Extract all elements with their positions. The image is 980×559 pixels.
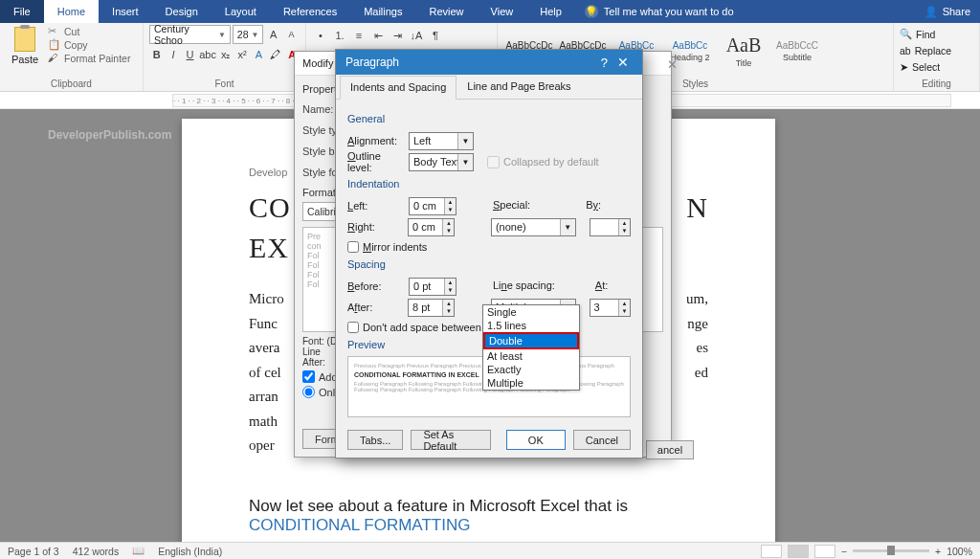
collapsed-checkbox (487, 156, 500, 168)
title-bar: File Home Insert Design Layout Reference… (0, 0, 980, 23)
ls-option-double[interactable]: Double (483, 332, 579, 349)
special-label: Special: (493, 199, 530, 211)
highlight-button[interactable]: 🖍 (268, 46, 282, 63)
replace-button[interactable]: abReplace (900, 42, 973, 58)
before-input[interactable]: 0 pt▲▼ (409, 278, 457, 296)
zoom-slider[interactable] (853, 549, 929, 552)
decrease-indent-button[interactable]: ⇤ (369, 27, 387, 44)
word-count[interactable]: 412 words (73, 546, 119, 557)
tab-line-page-breaks[interactable]: Line and Page Breaks (457, 75, 581, 99)
tab-file[interactable]: File (0, 0, 44, 23)
paragraph-dialog-title[interactable]: Paragraph ? ✕ (336, 50, 642, 75)
tab-mailings[interactable]: Mailings (350, 0, 415, 23)
tab-review[interactable]: Review (416, 0, 478, 23)
tab-indents-spacing[interactable]: Indents and Spacing (340, 76, 457, 100)
ls-option-1-5[interactable]: 1.5 lines (483, 319, 579, 332)
copy-button[interactable]: 📋Copy (48, 38, 130, 51)
tab-home[interactable]: Home (44, 0, 99, 23)
scissors-icon: ✂ (48, 25, 60, 37)
doc-link[interactable]: CONDITIONAL FORMATTING (249, 516, 470, 534)
replace-icon: ab (900, 45, 911, 56)
left-indent-input[interactable]: 0 cm▲▼ (409, 197, 457, 215)
ribbon-tabs: File Home Insert Design Layout Reference… (0, 0, 575, 23)
style-subtitle[interactable]: AaBbCcCSubtitle (771, 25, 823, 77)
mirror-checkbox[interactable] (347, 241, 359, 253)
close-icon[interactable]: ✕ (613, 55, 633, 70)
tab-insert[interactable]: Insert (99, 0, 152, 23)
outline-combo[interactable]: Body Text▼ (409, 153, 474, 171)
bg-cancel-button[interactable]: ancel (646, 440, 694, 459)
underline-button[interactable]: U (183, 46, 197, 63)
share-label: Share (943, 6, 970, 17)
ls-option-single[interactable]: Single (483, 305, 579, 319)
line-spacing-dropdown: Single 1.5 lines Double At least Exactly… (482, 304, 580, 391)
shrink-font-icon[interactable]: A (283, 26, 300, 43)
ls-option-multiple[interactable]: Multiple (483, 376, 579, 390)
font-name-combo[interactable]: Century Schoo▼ (149, 25, 231, 44)
strike-button[interactable]: abc (199, 46, 216, 63)
bullets-button[interactable]: • (312, 27, 329, 44)
at-input[interactable]: 3▲▼ (590, 299, 631, 317)
language-status[interactable]: English (India) (158, 546, 222, 557)
read-mode-button[interactable] (761, 545, 782, 558)
set-default-button[interactable]: Set As Default (411, 430, 490, 450)
tell-me-search[interactable]: 💡 Tell me what you want to do (585, 5, 734, 18)
page-status[interactable]: Page 1 of 3 (8, 546, 59, 557)
paste-label: Paste (11, 54, 38, 65)
line-spacing-label: Line spacing: (493, 280, 555, 291)
tab-view[interactable]: View (478, 0, 527, 23)
zoom-in-button[interactable]: + (935, 546, 941, 557)
font-group-label: Font (149, 77, 300, 89)
alignment-combo[interactable]: Left▼ (409, 132, 474, 150)
text-effects-button[interactable]: A (252, 46, 266, 63)
subscript-button[interactable]: x₂ (218, 46, 233, 63)
tab-design[interactable]: Design (152, 0, 212, 23)
web-layout-button[interactable] (814, 545, 835, 558)
select-button[interactable]: ➤Select (900, 58, 973, 75)
paste-icon (14, 27, 35, 52)
multilevel-button[interactable]: ≡ (350, 27, 368, 44)
tab-references[interactable]: References (270, 0, 350, 23)
zoom-level[interactable]: 100% (947, 546, 972, 557)
after-input[interactable]: 8 pt▲▼ (408, 299, 455, 317)
tabs-button[interactable]: Tabs... (347, 430, 403, 450)
grow-font-icon[interactable]: A (265, 26, 281, 43)
cursor-icon: ➤ (900, 61, 908, 73)
superscript-button[interactable]: x² (234, 46, 249, 63)
left-label: Left: (347, 200, 405, 212)
proofing-icon[interactable]: 📖 (132, 545, 145, 557)
cut-button[interactable]: ✂Cut (48, 25, 130, 37)
increase-indent-button[interactable]: ⇥ (389, 27, 406, 44)
format-painter-button[interactable]: 🖌Format Painter (48, 52, 130, 64)
bold-button[interactable]: B (149, 46, 164, 63)
style-title[interactable]: AaBTitle (718, 25, 769, 77)
paragraph-tabs: Indents and Spacing Line and Page Breaks (336, 75, 642, 100)
cancel-button[interactable]: Cancel (573, 430, 631, 450)
paste-button[interactable]: Paste (6, 25, 44, 77)
bg-close-icon[interactable]: ✕ (667, 57, 678, 72)
add-to-checkbox[interactable] (302, 370, 315, 383)
only-in-radio[interactable] (302, 386, 315, 398)
tab-layout[interactable]: Layout (212, 0, 270, 23)
right-indent-input[interactable]: 0 cm▲▼ (408, 218, 455, 236)
ok-button[interactable]: OK (506, 430, 566, 450)
outline-label: Outline level: (347, 150, 405, 173)
show-marks-button[interactable]: ¶ (427, 27, 444, 44)
by-input[interactable]: ▲▼ (590, 218, 631, 236)
italic-button[interactable]: I (166, 46, 180, 63)
paragraph-dialog: Paragraph ? ✕ Indents and Spacing Line a… (335, 49, 643, 458)
special-combo[interactable]: (none)▼ (491, 218, 576, 236)
zoom-out-button[interactable]: − (841, 546, 847, 557)
dont-add-checkbox[interactable] (347, 322, 359, 333)
find-button[interactable]: 🔍Find (900, 26, 973, 42)
sort-button[interactable]: ↓A (408, 27, 425, 44)
numbering-button[interactable]: 1. (331, 27, 348, 44)
share-button[interactable]: 👤 Share (924, 6, 970, 18)
font-size-combo[interactable]: 28▼ (233, 25, 263, 44)
help-icon[interactable]: ? (595, 56, 613, 70)
brush-icon: 🖌 (48, 52, 60, 64)
ls-option-exactly[interactable]: Exactly (483, 363, 579, 376)
ls-option-atleast[interactable]: At least (483, 349, 579, 363)
print-layout-button[interactable] (788, 545, 809, 558)
tab-help[interactable]: Help (526, 0, 575, 23)
